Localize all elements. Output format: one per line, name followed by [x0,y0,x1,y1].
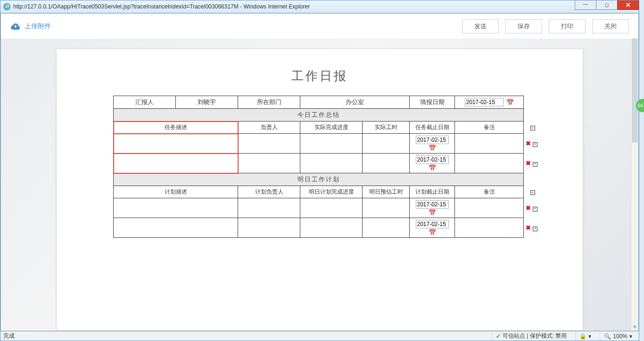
zoom-control[interactable]: 🔍 100% ▾ [600,332,636,341]
tomorrow-owner-cell[interactable] [238,218,300,238]
tomorrow-progress-cell[interactable] [300,218,363,238]
tomorrow-desc-cell[interactable] [114,198,238,218]
today-col-desc: 任务描述 [114,122,238,134]
close-page-button[interactable]: 关闭 [592,19,629,33]
tomorrow-hours-input[interactable] [364,205,407,211]
add-icon[interactable]: + [530,126,535,130]
today-row-tools: ✖+ [524,154,540,173]
today-owner-input[interactable] [240,160,298,167]
tomorrow-row-tools: ✖+ [524,198,540,218]
tomorrow-hours-cell[interactable] [363,218,410,238]
statusbar: 完成 ✔ 可信站点 | 保护模式: 禁用 🔒▾ 🔍 100% ▾ [0,331,639,341]
tomorrow-col-progress: 明日计划完成进度 [300,186,363,198]
today-progress-input[interactable] [302,140,360,147]
tomorrow-desc-input[interactable] [116,225,236,231]
today-desc-cell[interactable] [114,154,238,173]
today-deadline-input[interactable] [416,155,449,164]
tomorrow-owner-input[interactable] [240,205,298,211]
today-col-progress: 实际完成进度 [300,122,363,134]
delete-row-icon[interactable]: ✖ [526,224,531,231]
tomorrow-desc-cell[interactable] [114,218,238,238]
today-hours-input[interactable] [364,160,407,167]
tomorrow-progress-input[interactable] [302,205,360,211]
scrollbar-thumb[interactable] [632,39,637,142]
today-row-tools: ✖+ [524,134,540,154]
today-progress-cell[interactable] [300,154,363,173]
today-hours-cell[interactable] [363,154,410,173]
tomorrow-hours-cell[interactable] [363,198,410,218]
tomorrow-col-remark: 备注 [455,186,524,198]
tomorrow-deadline-input[interactable] [416,220,449,228]
calendar-icon[interactable]: 📅 [429,145,436,151]
today-hours-input[interactable] [364,140,407,147]
filldate-input[interactable] [465,98,504,106]
print-button[interactable]: 打印 [549,19,586,33]
ie-icon [3,3,11,10]
tomorrow-remark-cell[interactable] [455,198,524,218]
delete-row-icon[interactable]: ✖ [526,160,531,167]
send-button[interactable]: 发送 [462,19,499,33]
check-icon: ✔ [496,333,501,340]
today-col-remark: 备注 [455,122,524,134]
filldate-cell: 📅 [455,96,524,109]
today-hours-cell[interactable] [363,134,410,154]
tomorrow-progress-input[interactable] [302,225,360,231]
scroll-down-icon[interactable]: ▼ [631,323,638,331]
tomorrow-row: 📅✖+ [114,198,540,218]
today-desc-input[interactable] [116,140,236,147]
tomorrow-add-column: + [524,186,540,198]
tomorrow-col-hours: 明日预估工时 [363,186,410,198]
tomorrow-col-owner: 计划负责人 [238,186,300,198]
delete-row-icon[interactable]: ✖ [526,140,531,147]
save-button[interactable]: 保存 [505,19,542,33]
security-dropdown[interactable]: 🔒▾ [575,332,595,341]
tomorrow-owner-input[interactable] [240,225,298,231]
tomorrow-desc-input[interactable] [116,205,236,211]
filldate-label: 填报日期 [410,96,455,109]
today-remark-input[interactable] [457,140,521,147]
add-row-icon[interactable]: + [533,227,537,231]
tomorrow-hours-input[interactable] [364,225,407,231]
tomorrow-remark-cell[interactable] [455,218,524,238]
tomorrow-section-title: 明日工作计划 [114,173,524,186]
today-progress-input[interactable] [302,160,360,167]
calendar-icon[interactable]: 📅 [506,99,514,106]
tomorrow-row: 📅✖+ [114,218,540,238]
calendar-icon[interactable]: 📅 [429,229,436,235]
today-remark-input[interactable] [457,160,521,167]
today-desc-input[interactable] [116,160,236,167]
today-owner-cell[interactable] [238,134,300,154]
add-row-icon[interactable]: + [533,142,537,147]
tomorrow-remark-input[interactable] [457,225,521,231]
today-owner-input[interactable] [240,140,298,147]
delete-row-icon[interactable]: ✖ [526,204,531,211]
tomorrow-deadline-cell: 📅 [410,198,455,218]
today-col-hours: 实际工时 [363,122,410,134]
tomorrow-col-deadline: 计划截止日期 [410,186,455,198]
today-deadline-cell: 📅 [410,134,455,154]
maximize-button[interactable]: ◻ [596,0,618,10]
tomorrow-progress-cell[interactable] [300,198,363,218]
close-button[interactable]: ✕ [617,0,639,10]
tomorrow-owner-cell[interactable] [238,198,300,218]
today-remark-cell[interactable] [455,154,524,173]
today-progress-cell[interactable] [300,134,363,154]
page-scroll[interactable]: 工作日报 汇报人 刘晓宇 所在部门 办公室 填报日期 [1,39,638,331]
header-tools [524,96,540,109]
today-desc-cell[interactable] [114,134,238,154]
today-remark-cell[interactable] [455,134,524,154]
calendar-icon[interactable]: 📅 [429,210,436,216]
calendar-icon[interactable]: 📅 [429,165,436,171]
tomorrow-deadline-input[interactable] [416,200,449,209]
tomorrow-remark-input[interactable] [457,205,521,211]
today-owner-cell[interactable] [238,154,300,173]
minimize-button[interactable]: — [575,0,596,10]
vertical-scrollbar[interactable]: ▲ ▼ [631,39,638,331]
add-row-icon[interactable]: + [533,207,537,211]
add-icon[interactable]: + [530,190,535,195]
add-row-icon[interactable]: + [533,162,537,167]
window-title: http://127.0.0.1/OAapp/HtTrace0503Servle… [13,3,310,10]
upload-attachment-button[interactable]: 上传附件 [10,22,51,31]
today-deadline-input[interactable] [416,136,449,144]
tomorrow-row-tools: ✖+ [524,218,540,238]
